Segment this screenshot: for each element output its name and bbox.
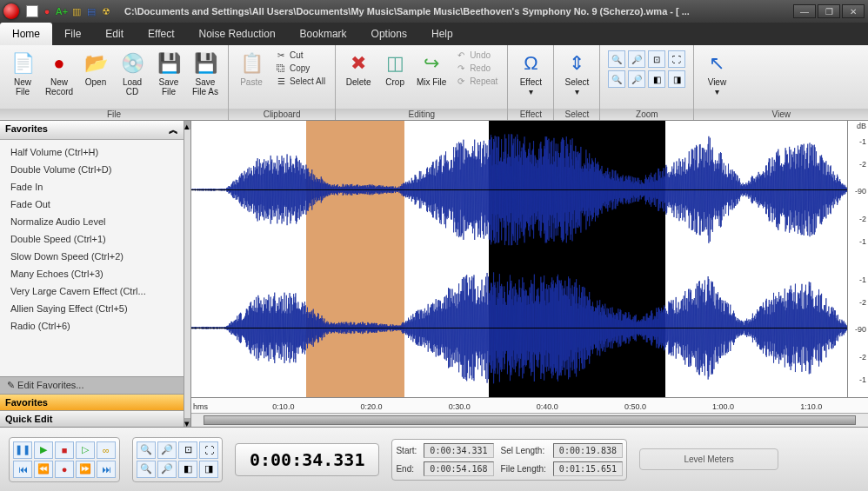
save-file-as-button[interactable]: 💾Save File As: [188, 48, 223, 100]
fav-item[interactable]: Normalize Audio Level: [0, 213, 184, 230]
new-record-button[interactable]: ●New Record: [42, 48, 77, 100]
go-end-button[interactable]: ⏭: [97, 461, 116, 478]
fav-item[interactable]: Radio (Ctrl+6): [0, 317, 184, 335]
paste-button[interactable]: 📋Paste: [234, 48, 269, 100]
favorites-list: Half Volume (Ctrl+H) Double Volume (Ctrl…: [0, 140, 184, 376]
fav-item[interactable]: Fade In: [0, 178, 184, 196]
ribbon-group-editing-label: Editing: [336, 109, 507, 120]
menu-help[interactable]: Help: [419, 23, 465, 45]
zoom-l-button[interactable]: ◧: [178, 461, 197, 478]
ribbon-group-editing: ✖Delete ◫Crop ↪Mix File ↶Undo ↷Redo ⟳Rep…: [336, 45, 508, 120]
zoom-vin-button[interactable]: 🔍: [137, 461, 156, 478]
select-button[interactable]: ⇕Select▾: [559, 48, 594, 100]
edit-favorites-button[interactable]: ✎ Edit Favorites...: [0, 376, 184, 394]
go-start-button[interactable]: ⏮: [13, 461, 32, 478]
qat-add-icon[interactable]: A+: [56, 5, 68, 17]
zoom-left-button[interactable]: ◧: [648, 70, 665, 88]
rewind-button[interactable]: ⏪: [34, 461, 53, 478]
open-button[interactable]: 📂Open: [78, 48, 113, 100]
menu-file[interactable]: File: [52, 23, 93, 45]
mix-file-button[interactable]: ↪Mix File: [414, 48, 449, 100]
play-button[interactable]: ▶: [34, 441, 53, 459]
horizontal-scrollbar[interactable]: [191, 413, 868, 427]
timeline[interactable]: hms 0:10.0 0:20.0 0:30.0 0:40.0 0:50.0 1…: [191, 397, 868, 413]
record-trans-button[interactable]: ●: [55, 461, 74, 478]
fav-item[interactable]: Double Speed (Ctrl+1): [0, 230, 184, 248]
minimize-button[interactable]: —: [793, 4, 816, 18]
fav-item[interactable]: Slow Down Speed (Ctrl+2): [0, 248, 184, 265]
zoom-selection-button[interactable]: ⊡: [178, 441, 197, 459]
menu-options[interactable]: Options: [359, 23, 419, 45]
zoom-out-h-button[interactable]: 🔎: [628, 50, 645, 68]
menu-effect[interactable]: Effect: [136, 23, 186, 45]
app-orb-icon[interactable]: [3, 3, 19, 19]
undo-button[interactable]: ↶Undo: [452, 50, 500, 61]
fav-item[interactable]: Very Large Cavern Effect (Ctrl...: [0, 282, 184, 300]
qat-radiation-icon[interactable]: ☢: [100, 5, 112, 17]
vertical-scrollbar[interactable]: ▴ ▾: [184, 121, 191, 427]
pause-button[interactable]: ❚❚: [13, 441, 32, 459]
sidebar-tab-quick-edit[interactable]: Quick Edit: [0, 410, 184, 427]
zoom-right-button[interactable]: ◨: [668, 70, 685, 88]
ribbon-group-clipboard: 📋Paste ✂Cut ⿻Copy ☰Select All Clipboard: [229, 45, 336, 120]
ribbon-group-select: ⇕Select▾ Select: [554, 45, 600, 120]
zoom-out-v-button[interactable]: 🔎: [628, 70, 645, 88]
qat-save-icon[interactable]: ▤: [85, 5, 97, 17]
sidebar: Favorites ︽ Half Volume (Ctrl+H) Double …: [0, 121, 184, 427]
fav-item[interactable]: Many Echoes (Ctrl+3): [0, 265, 184, 282]
zoom-full-button[interactable]: ⛶: [668, 50, 685, 68]
play-sel-button[interactable]: ▷: [76, 441, 95, 459]
menu-home[interactable]: Home: [0, 23, 52, 45]
menu-noise-reduction[interactable]: Noise Reduction: [187, 23, 288, 45]
save-file-button[interactable]: 💾Save File: [151, 48, 186, 100]
close-button[interactable]: ✕: [842, 4, 865, 18]
collapse-icon[interactable]: ︽: [169, 123, 178, 136]
file-length-value: 0:01:15.651: [553, 461, 623, 476]
zoom-sel-button[interactable]: ⊡: [648, 50, 665, 68]
waveform-area: dB -1 -2 -90 -2 -1 -1 -2 -90 -2 -1 hms 0…: [191, 121, 868, 427]
redo-button[interactable]: ↷Redo: [452, 63, 500, 74]
zoom-in-v-button[interactable]: 🔍: [608, 70, 625, 88]
view-button[interactable]: ↖View▾: [699, 48, 734, 100]
crop-button[interactable]: ◫Crop: [377, 48, 412, 100]
sidebar-tab-favorites[interactable]: Favorites: [0, 394, 184, 410]
menu-bar: Home File Edit Effect Noise Reduction Bo…: [0, 23, 868, 45]
end-value: 0:00:54.168: [424, 461, 493, 476]
ribbon-group-zoom-label: Zoom: [600, 109, 693, 120]
ribbon-group-clipboard-label: Clipboard: [229, 109, 335, 120]
load-cd-button[interactable]: 💿Load CD: [115, 48, 150, 100]
ribbon-group-view: ↖View▾ View: [694, 45, 868, 120]
delete-button[interactable]: ✖Delete: [341, 48, 376, 100]
zoom-out-button[interactable]: 🔎: [157, 441, 177, 459]
menu-bookmark[interactable]: Bookmark: [288, 23, 359, 45]
qat-new-icon[interactable]: [26, 5, 38, 17]
zoom-all-button[interactable]: ⛶: [199, 441, 218, 459]
channel-left: [191, 123, 847, 256]
zoom-r-button[interactable]: ◨: [199, 461, 218, 478]
ribbon-group-zoom: 🔍 🔎 ⊡ ⛶ 🔍 🔎 ◧ ◨ Zoom: [600, 45, 694, 120]
new-file-button[interactable]: 📄New File: [5, 48, 40, 100]
copy-button[interactable]: ⿻Copy: [272, 63, 328, 74]
effect-button[interactable]: ΩEffect▾: [513, 48, 548, 100]
waveform-canvas[interactable]: dB -1 -2 -90 -2 -1 -1 -2 -90 -2 -1: [191, 121, 868, 397]
repeat-button[interactable]: ⟳Repeat: [452, 76, 500, 87]
ribbon-group-effect-label: Effect: [508, 109, 553, 120]
stop-button[interactable]: ■: [55, 441, 74, 459]
qat-record-icon[interactable]: ●: [41, 5, 53, 17]
db-scale: dB -1 -2 -90 -2 -1 -1 -2 -90 -2 -1: [847, 121, 868, 397]
fav-item[interactable]: Half Volume (Ctrl+H): [0, 143, 184, 161]
loop-button[interactable]: ∞: [97, 441, 116, 459]
menu-edit[interactable]: Edit: [93, 23, 136, 45]
zoom-vout-button[interactable]: 🔎: [157, 461, 177, 478]
cut-button[interactable]: ✂Cut: [272, 50, 328, 61]
fav-item[interactable]: Allien Saying Effect (Ctrl+5): [0, 300, 184, 317]
zoom-in-h-button[interactable]: 🔍: [608, 50, 625, 68]
maximize-button[interactable]: ❐: [818, 4, 840, 18]
fav-item[interactable]: Fade Out: [0, 196, 184, 213]
fav-item[interactable]: Double Volume (Ctrl+D): [0, 161, 184, 178]
qat-open-icon[interactable]: ▥: [70, 5, 83, 17]
zoom-in-button[interactable]: 🔍: [137, 441, 156, 459]
end-label: End:: [396, 464, 417, 474]
select-all-button[interactable]: ☰Select All: [272, 76, 328, 87]
forward-button[interactable]: ⏩: [76, 461, 95, 478]
